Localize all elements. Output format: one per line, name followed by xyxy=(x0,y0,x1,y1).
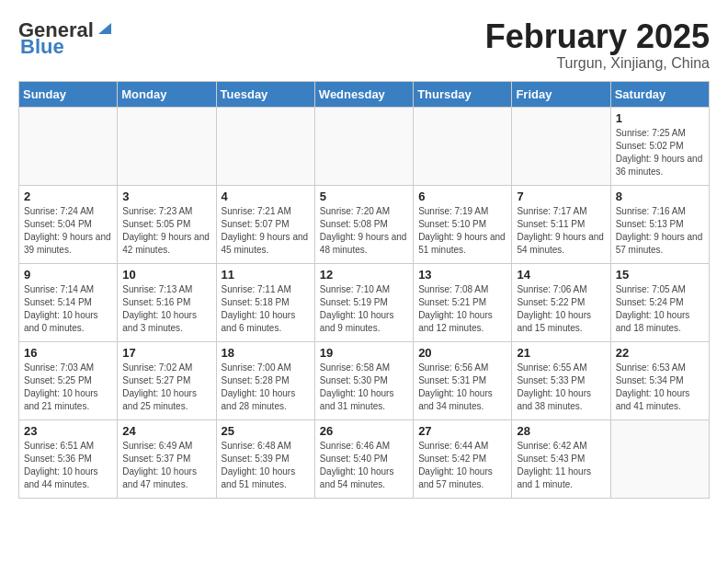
logo: General Blue xyxy=(18,18,113,59)
day-info: Sunrise: 7:17 AM Sunset: 5:11 PM Dayligh… xyxy=(517,205,605,257)
day-number: 1 xyxy=(616,111,704,125)
day-info: Sunrise: 6:44 AM Sunset: 5:42 PM Dayligh… xyxy=(418,440,506,491)
day-info: Sunrise: 7:10 AM Sunset: 5:19 PM Dayligh… xyxy=(320,283,408,335)
day-info: Sunrise: 7:00 AM Sunset: 5:28 PM Dayligh… xyxy=(222,362,310,413)
day-number: 17 xyxy=(122,346,210,360)
weekday-header-saturday: Saturday xyxy=(610,81,709,107)
calendar-cell: 21Sunrise: 6:55 AM Sunset: 5:33 PM Dayli… xyxy=(512,341,610,419)
calendar-cell: 10Sunrise: 7:13 AM Sunset: 5:16 PM Dayli… xyxy=(118,263,216,341)
day-info: Sunrise: 6:48 AM Sunset: 5:39 PM Dayligh… xyxy=(222,440,310,491)
location-title: Turgun, Xinjiang, China xyxy=(485,55,710,72)
day-info: Sunrise: 6:55 AM Sunset: 5:33 PM Dayligh… xyxy=(517,362,605,413)
calendar-cell: 24Sunrise: 6:49 AM Sunset: 5:37 PM Dayli… xyxy=(118,419,216,498)
calendar-cell: 12Sunrise: 7:10 AM Sunset: 5:19 PM Dayli… xyxy=(314,263,413,341)
day-info: Sunrise: 7:21 AM Sunset: 5:07 PM Dayligh… xyxy=(222,205,310,257)
day-info: Sunrise: 7:24 AM Sunset: 5:04 PM Dayligh… xyxy=(24,205,112,257)
day-info: Sunrise: 7:20 AM Sunset: 5:08 PM Dayligh… xyxy=(320,205,408,257)
day-info: Sunrise: 7:16 AM Sunset: 5:13 PM Dayligh… xyxy=(616,205,704,257)
day-number: 9 xyxy=(24,268,112,282)
weekday-header-thursday: Thursday xyxy=(414,81,512,107)
calendar-cell xyxy=(314,107,413,185)
calendar-cell: 7Sunrise: 7:17 AM Sunset: 5:11 PM Daylig… xyxy=(512,185,610,263)
day-number: 21 xyxy=(517,346,605,360)
calendar-cell: 27Sunrise: 6:44 AM Sunset: 5:42 PM Dayli… xyxy=(414,419,512,498)
day-number: 12 xyxy=(320,268,408,282)
day-number: 25 xyxy=(222,424,310,438)
day-number: 7 xyxy=(517,190,605,203)
weekday-header-wednesday: Wednesday xyxy=(314,81,413,107)
calendar-cell: 25Sunrise: 6:48 AM Sunset: 5:39 PM Dayli… xyxy=(216,419,314,498)
calendar-cell xyxy=(118,107,216,185)
calendar-cell: 26Sunrise: 6:46 AM Sunset: 5:40 PM Dayli… xyxy=(314,419,413,498)
day-number: 27 xyxy=(418,424,506,438)
calendar-cell: 16Sunrise: 7:03 AM Sunset: 5:25 PM Dayli… xyxy=(19,341,118,419)
weekday-header-tuesday: Tuesday xyxy=(216,81,314,107)
day-info: Sunrise: 7:19 AM Sunset: 5:10 PM Dayligh… xyxy=(418,205,506,257)
day-number: 13 xyxy=(418,268,506,282)
logo-icon xyxy=(97,19,113,36)
day-info: Sunrise: 7:11 AM Sunset: 5:18 PM Dayligh… xyxy=(222,283,310,335)
weekday-header-sunday: Sunday xyxy=(19,81,118,107)
day-info: Sunrise: 7:02 AM Sunset: 5:27 PM Dayligh… xyxy=(122,362,210,413)
day-info: Sunrise: 7:13 AM Sunset: 5:16 PM Dayligh… xyxy=(122,283,210,335)
day-info: Sunrise: 6:51 AM Sunset: 5:36 PM Dayligh… xyxy=(24,440,112,491)
calendar-cell xyxy=(512,107,610,185)
day-number: 11 xyxy=(222,268,310,282)
weekday-header-friday: Friday xyxy=(512,81,610,107)
calendar-cell: 9Sunrise: 7:14 AM Sunset: 5:14 PM Daylig… xyxy=(19,263,118,341)
day-info: Sunrise: 6:49 AM Sunset: 5:37 PM Dayligh… xyxy=(122,440,210,491)
calendar-week-3: 16Sunrise: 7:03 AM Sunset: 5:25 PM Dayli… xyxy=(19,341,710,419)
day-number: 20 xyxy=(418,346,506,360)
calendar-cell xyxy=(19,107,118,185)
calendar-cell: 18Sunrise: 7:00 AM Sunset: 5:28 PM Dayli… xyxy=(216,341,314,419)
calendar-cell: 6Sunrise: 7:19 AM Sunset: 5:10 PM Daylig… xyxy=(414,185,512,263)
svg-marker-0 xyxy=(98,23,111,34)
day-info: Sunrise: 7:25 AM Sunset: 5:02 PM Dayligh… xyxy=(616,127,704,178)
day-info: Sunrise: 7:03 AM Sunset: 5:25 PM Dayligh… xyxy=(24,362,112,413)
day-info: Sunrise: 7:05 AM Sunset: 5:24 PM Dayligh… xyxy=(616,283,704,335)
day-number: 28 xyxy=(517,424,605,438)
day-info: Sunrise: 6:56 AM Sunset: 5:31 PM Dayligh… xyxy=(418,362,506,413)
day-info: Sunrise: 6:58 AM Sunset: 5:30 PM Dayligh… xyxy=(320,362,408,413)
day-number: 8 xyxy=(616,190,704,203)
weekday-header-monday: Monday xyxy=(118,81,216,107)
calendar-cell: 15Sunrise: 7:05 AM Sunset: 5:24 PM Dayli… xyxy=(610,263,709,341)
calendar-cell xyxy=(216,107,314,185)
day-number: 5 xyxy=(320,190,408,203)
title-block: February 2025 Turgun, Xinjiang, China xyxy=(485,18,710,72)
day-number: 3 xyxy=(122,190,210,203)
calendar-cell: 11Sunrise: 7:11 AM Sunset: 5:18 PM Dayli… xyxy=(216,263,314,341)
day-number: 19 xyxy=(320,346,408,360)
calendar-cell: 22Sunrise: 6:53 AM Sunset: 5:34 PM Dayli… xyxy=(610,341,709,419)
calendar-cell: 3Sunrise: 7:23 AM Sunset: 5:05 PM Daylig… xyxy=(118,185,216,263)
day-number: 10 xyxy=(122,268,210,282)
calendar-cell xyxy=(610,419,709,498)
day-number: 14 xyxy=(517,268,605,282)
calendar-cell: 28Sunrise: 6:42 AM Sunset: 5:43 PM Dayli… xyxy=(512,419,610,498)
day-number: 18 xyxy=(222,346,310,360)
calendar-cell xyxy=(414,107,512,185)
day-number: 26 xyxy=(320,424,408,438)
day-info: Sunrise: 6:53 AM Sunset: 5:34 PM Dayligh… xyxy=(616,362,704,413)
calendar-table: SundayMondayTuesdayWednesdayThursdayFrid… xyxy=(18,81,710,499)
day-number: 24 xyxy=(122,424,210,438)
calendar-cell: 14Sunrise: 7:06 AM Sunset: 5:22 PM Dayli… xyxy=(512,263,610,341)
calendar-cell: 17Sunrise: 7:02 AM Sunset: 5:27 PM Dayli… xyxy=(118,341,216,419)
day-number: 6 xyxy=(418,190,506,203)
calendar-cell: 23Sunrise: 6:51 AM Sunset: 5:36 PM Dayli… xyxy=(19,419,118,498)
day-info: Sunrise: 7:08 AM Sunset: 5:21 PM Dayligh… xyxy=(418,283,506,335)
calendar-cell: 8Sunrise: 7:16 AM Sunset: 5:13 PM Daylig… xyxy=(610,185,709,263)
day-info: Sunrise: 7:23 AM Sunset: 5:05 PM Dayligh… xyxy=(122,205,210,257)
day-number: 23 xyxy=(24,424,112,438)
day-number: 16 xyxy=(24,346,112,360)
calendar-cell: 1Sunrise: 7:25 AM Sunset: 5:02 PM Daylig… xyxy=(610,107,709,185)
calendar-cell: 19Sunrise: 6:58 AM Sunset: 5:30 PM Dayli… xyxy=(314,341,413,419)
calendar-week-2: 9Sunrise: 7:14 AM Sunset: 5:14 PM Daylig… xyxy=(19,263,710,341)
page-header: General Blue February 2025 Turgun, Xinji… xyxy=(18,18,710,72)
day-number: 15 xyxy=(616,268,704,282)
weekday-header-row: SundayMondayTuesdayWednesdayThursdayFrid… xyxy=(19,81,710,107)
day-info: Sunrise: 7:14 AM Sunset: 5:14 PM Dayligh… xyxy=(24,283,112,335)
calendar-week-0: 1Sunrise: 7:25 AM Sunset: 5:02 PM Daylig… xyxy=(19,107,710,185)
day-info: Sunrise: 6:42 AM Sunset: 5:43 PM Dayligh… xyxy=(517,440,605,491)
calendar-cell: 2Sunrise: 7:24 AM Sunset: 5:04 PM Daylig… xyxy=(19,185,118,263)
